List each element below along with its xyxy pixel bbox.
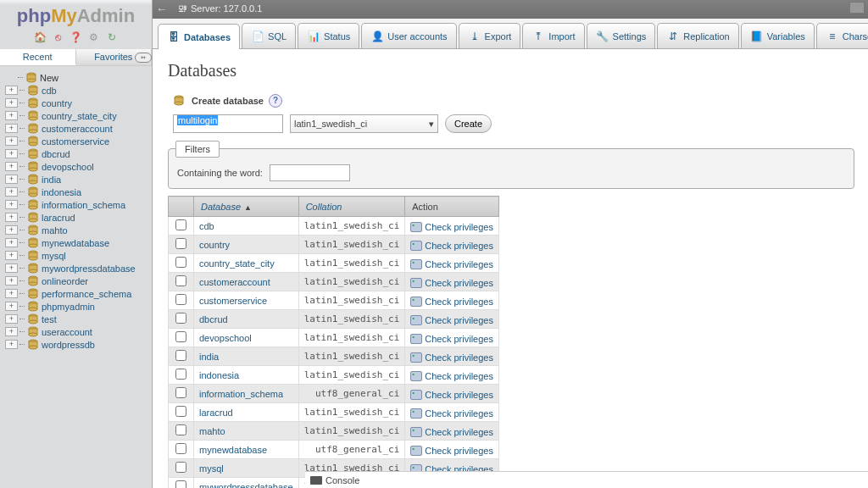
tree-item-onlineorder[interactable]: +onlineorder <box>5 274 152 287</box>
expand-icon[interactable]: + <box>5 225 18 235</box>
expand-icon[interactable]: + <box>5 187 18 197</box>
nav-settings-icon[interactable]: ⚙ <box>87 31 101 45</box>
expand-icon[interactable]: + <box>5 263 18 273</box>
db-link[interactable]: customerservice <box>199 296 267 306</box>
expand-icon[interactable]: + <box>5 327 18 336</box>
create-button[interactable]: Create <box>445 114 492 133</box>
pma-logo[interactable]: phpMyAdmin <box>0 0 152 29</box>
row-checkbox[interactable] <box>175 480 186 488</box>
expand-icon[interactable]: + <box>5 251 18 260</box>
expand-icon[interactable]: + <box>5 276 18 286</box>
col-collation[interactable]: Collation <box>298 197 405 217</box>
nav-collapse-handle[interactable]: ⇔ <box>135 53 152 63</box>
tree-item-india[interactable]: +india <box>5 173 152 186</box>
tree-item-wordpressdb[interactable]: +wordpressdb <box>5 338 152 351</box>
row-checkbox[interactable] <box>175 443 186 454</box>
check-privileges-link[interactable]: Check privileges <box>425 446 493 456</box>
tree-item-performance_schema[interactable]: +performance_schema <box>5 287 152 300</box>
tree-item-indonesia[interactable]: +indonesia <box>5 186 152 198</box>
tab-export[interactable]: ⤓Export <box>459 23 521 48</box>
logout-icon[interactable]: ⎋ <box>51 31 64 45</box>
tree-item-customerservice[interactable]: +customerservice <box>5 135 152 147</box>
row-checkbox[interactable] <box>175 331 186 342</box>
db-link[interactable]: devopschool <box>199 333 252 343</box>
check-privileges-link[interactable]: Check privileges <box>425 259 493 269</box>
page-settings-icon[interactable] <box>849 2 865 14</box>
docs-icon[interactable]: ❓ <box>70 31 83 45</box>
row-checkbox[interactable] <box>175 424 186 435</box>
home-icon[interactable]: 🏠 <box>33 31 47 45</box>
tree-item-country_state_city[interactable]: +country_state_city <box>5 109 152 122</box>
expand-icon[interactable]: + <box>5 86 18 95</box>
row-checkbox[interactable] <box>175 238 186 249</box>
help-icon[interactable]: ? <box>269 94 282 108</box>
tab-charsets[interactable]: ≡Charsets <box>816 23 868 48</box>
check-privileges-link[interactable]: Check privileges <box>425 315 493 325</box>
tab-recent[interactable]: Recent <box>0 49 76 65</box>
expand-icon[interactable]: + <box>5 136 18 146</box>
row-checkbox[interactable] <box>175 257 186 268</box>
expand-icon[interactable]: + <box>5 289 18 298</box>
db-link[interactable]: mysql <box>199 463 224 474</box>
db-link[interactable]: mynewdatabase <box>199 445 267 455</box>
tree-item-mynewdatabase[interactable]: +mynewdatabase <box>5 236 152 249</box>
check-privileges-link[interactable]: Check privileges <box>425 408 493 419</box>
expand-icon[interactable]: + <box>5 314 18 324</box>
tree-item-mysql[interactable]: +mysql <box>5 249 152 262</box>
tree-item-cdb[interactable]: +cdb <box>5 84 152 97</box>
expand-icon[interactable]: + <box>5 302 18 311</box>
tab-variables[interactable]: 📘Variables <box>741 23 815 48</box>
reload-icon[interactable]: ↻ <box>105 31 119 45</box>
db-link[interactable]: india <box>199 352 219 362</box>
expand-icon[interactable]: + <box>5 175 18 184</box>
tab-status[interactable]: 📊Status <box>298 23 359 48</box>
db-link[interactable]: cdb <box>199 221 214 231</box>
tree-item-mywordpressdatabase[interactable]: +mywordpressdatabase <box>5 262 152 274</box>
db-link[interactable]: dbcrud <box>199 314 228 324</box>
db-link[interactable]: country <box>199 240 230 250</box>
row-checkbox[interactable] <box>175 387 186 398</box>
row-checkbox[interactable] <box>175 369 186 380</box>
tab-replication[interactable]: ⇵Replication <box>657 23 738 48</box>
col-database[interactable]: Database▲ <box>194 197 299 217</box>
tree-new-db[interactable]: New <box>5 71 152 84</box>
check-privileges-link[interactable]: Check privileges <box>425 278 493 288</box>
row-checkbox[interactable] <box>175 219 186 230</box>
row-checkbox[interactable] <box>175 275 186 286</box>
tree-item-customeraccount[interactable]: +customeraccount <box>5 122 152 135</box>
expand-icon[interactable]: + <box>5 340 18 349</box>
check-privileges-link[interactable]: Check privileges <box>425 297 493 307</box>
tree-item-country[interactable]: +country <box>5 97 152 109</box>
check-privileges-link[interactable]: Check privileges <box>425 222 493 232</box>
tree-item-laracrud[interactable]: +laracrud <box>5 211 152 224</box>
tree-item-information_schema[interactable]: +information_schema <box>5 198 152 211</box>
tree-item-test[interactable]: +test <box>5 313 152 325</box>
expand-icon[interactable]: + <box>5 213 18 222</box>
tree-item-useraccount[interactable]: +useraccount <box>5 325 152 338</box>
tab-settings[interactable]: 🔧Settings <box>587 23 656 48</box>
tab-user-accounts[interactable]: 👤User accounts <box>361 23 456 48</box>
expand-icon[interactable]: + <box>5 124 18 133</box>
expand-icon[interactable]: + <box>5 238 18 247</box>
tree-item-phpmyadmin[interactable]: +phpmyadmin <box>5 300 152 313</box>
server-label[interactable]: Server: 127.0.0.1 <box>191 3 262 14</box>
tab-databases[interactable]: 🗄Databases <box>158 24 240 49</box>
db-link[interactable]: mahto <box>199 426 225 436</box>
tab-sql[interactable]: 📄SQL <box>242 23 296 48</box>
expand-icon[interactable]: + <box>5 162 18 171</box>
check-privileges-link[interactable]: Check privileges <box>425 334 493 344</box>
row-checkbox[interactable] <box>175 294 186 305</box>
tree-item-dbcrud[interactable]: +dbcrud <box>5 147 152 160</box>
db-link[interactable]: mywordpressdatabase <box>199 482 293 489</box>
check-privileges-link[interactable]: Check privileges <box>425 371 493 381</box>
row-checkbox[interactable] <box>175 462 186 473</box>
nav-back-icon[interactable]: ← <box>156 3 167 15</box>
expand-icon[interactable]: + <box>5 98 18 108</box>
db-link[interactable]: country_state_city <box>199 258 275 269</box>
expand-icon[interactable]: + <box>5 111 18 120</box>
tree-item-mahto[interactable]: +mahto <box>5 224 152 236</box>
check-privileges-link[interactable]: Check privileges <box>425 241 493 251</box>
row-checkbox[interactable] <box>175 406 186 417</box>
collation-select[interactable]: latin1_swedish_ci▾ <box>290 114 438 133</box>
new-db-name-input[interactable]: multilogin <box>173 114 283 133</box>
